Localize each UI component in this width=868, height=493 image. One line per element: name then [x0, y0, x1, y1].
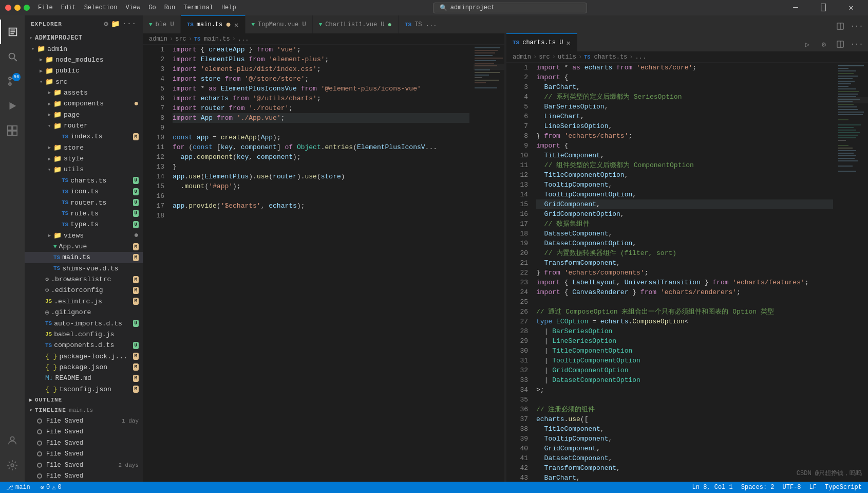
right-debug-button[interactable]: ⚙	[817, 37, 831, 51]
tab-vue-prev[interactable]: ▼ ble U	[143, 15, 181, 33]
sidebar-item-router[interactable]: ▾ 📁 router	[25, 120, 143, 131]
sidebar-item-app-vue[interactable]: ▶ ▼ App.vue M	[25, 241, 143, 252]
timeline-item-3[interactable]: File Saved	[25, 437, 143, 448]
outline-section[interactable]: ▶ OUTLINE	[25, 395, 143, 405]
bc-src[interactable]: src	[175, 35, 186, 43]
sidebar-item-package-json[interactable]: ▶ { } package.json M	[25, 362, 143, 373]
timeline-item-4[interactable]: File Saved	[25, 448, 143, 459]
tab-main-ts[interactable]: TS main.ts ● ✕	[181, 15, 246, 33]
sidebar-item-admin[interactable]: ▾ 📁 admin	[25, 43, 143, 54]
more-actions-icon[interactable]: ···	[122, 20, 137, 28]
tab-charts-ts-close[interactable]: ✕	[566, 39, 570, 47]
status-language[interactable]: TypeScript	[823, 484, 864, 491]
minimize-win-button[interactable]: —	[784, 0, 807, 15]
sidebar-item-babel[interactable]: ▶ JS babel.config.js	[25, 329, 143, 340]
sidebar-item-browserslistrc[interactable]: ▶ ⚙ .browserslistrc M	[25, 274, 143, 285]
right-more-button[interactable]: ···	[850, 37, 864, 51]
rbc-src[interactable]: src	[539, 53, 550, 61]
menu-edit[interactable]: Edit	[61, 4, 76, 11]
account-icon[interactable]	[0, 428, 25, 453]
extensions-icon[interactable]	[0, 118, 25, 143]
tab-ts-extra[interactable]: TS TS ...	[399, 15, 443, 33]
sidebar-item-icon-ts[interactable]: ▶ TS icon.ts U	[25, 186, 143, 197]
close-button[interactable]	[5, 5, 11, 11]
tab-main-ts-close[interactable]: ✕	[234, 21, 238, 29]
sidebar-item-views[interactable]: ▶ 📁 views ●	[25, 230, 143, 241]
sidebar-item-utils[interactable]: ▾ 📁 utils	[25, 164, 143, 175]
sidebar-item-index-ts[interactable]: ▶ TS index.ts M	[25, 131, 143, 142]
menu-go[interactable]: Go	[148, 4, 156, 11]
sidebar-root-folder[interactable]: ▾ ADMINPROJECT	[25, 32, 143, 43]
sidebar-item-gitignore[interactable]: ▶ ◎ .gitignore	[25, 307, 143, 318]
sidebar-item-editorconfig[interactable]: ▶ ⚙ .editorconfig M	[25, 285, 143, 296]
timeline-item-5[interactable]: File Saved 2 days	[25, 460, 143, 470]
sidebar-item-auto-imports[interactable]: ▶ TS auto-imports.d.ts U	[25, 318, 143, 328]
rbc-admin[interactable]: admin	[513, 53, 531, 61]
tab-topmenu[interactable]: ▼ TopMenu.vue U	[246, 15, 313, 33]
sidebar-item-type-ts[interactable]: ▶ TS type.ts U	[25, 219, 143, 230]
restore-win-button[interactable]: ⎕	[812, 0, 835, 15]
sidebar-item-router-ts[interactable]: ▶ TS router.ts U	[25, 197, 143, 208]
bc-main-ts[interactable]: TS main.ts	[194, 35, 230, 43]
right-split-button[interactable]	[833, 37, 847, 51]
sidebar-item-assets[interactable]: ▶ 📁 assets	[25, 87, 143, 98]
search-activity-icon[interactable]	[0, 44, 25, 69]
menu-view[interactable]: View	[125, 4, 140, 11]
minimize-button[interactable]	[14, 5, 21, 11]
bc-admin[interactable]: admin	[149, 35, 167, 43]
close-win-button[interactable]: ✕	[839, 0, 863, 15]
sidebar-item-page[interactable]: ▶ 📁 page	[25, 109, 143, 120]
sidebar-item-components[interactable]: ▶ 📁 components ●	[25, 98, 143, 109]
right-code-lines[interactable]: import * as echarts from 'echarts/core';…	[532, 63, 837, 482]
timeline-item-6[interactable]: File Saved	[25, 470, 143, 481]
sidebar-item-rule-ts[interactable]: ▶ TS rule.ts U	[25, 208, 143, 219]
sidebar-item-components-d[interactable]: ▶ TS components.d.ts U	[25, 340, 143, 351]
split-editor-button[interactable]	[833, 19, 847, 33]
sidebar-item-node_modules[interactable]: ▶ 📁 node_modules	[25, 54, 143, 65]
bc-dots[interactable]: ...	[238, 35, 249, 43]
right-run-button[interactable]: ▷	[800, 37, 815, 51]
sidebar-item-package-lock[interactable]: ▶ { } package-lock.j... M	[25, 351, 143, 361]
rbc-utils[interactable]: utils	[558, 53, 576, 61]
rbc-charts-ts[interactable]: TS charts.ts	[584, 53, 627, 61]
timeline-item-2[interactable]: File Saved	[25, 426, 143, 437]
status-encoding[interactable]: UTF-8	[781, 484, 803, 491]
sidebar-item-eslintrc[interactable]: ▶ JS .eslintrc.js M	[25, 296, 143, 307]
menu-run[interactable]: Run	[164, 4, 176, 11]
sidebar-item-style[interactable]: ▶ 📁 style	[25, 153, 143, 164]
sidebar-item-charts-ts[interactable]: ▶ TS charts.ts U	[25, 175, 143, 186]
settings-icon[interactable]	[0, 453, 25, 478]
sidebar-item-tsconfig[interactable]: ▶ { } tsconfig.json M	[25, 384, 143, 395]
run-debug-icon[interactable]	[0, 94, 25, 118]
menu-file[interactable]: File	[38, 4, 53, 11]
more-tabs-button[interactable]: ···	[850, 19, 864, 33]
rbc-dots[interactable]: ...	[635, 53, 646, 61]
status-branch[interactable]: ⎇ main	[4, 484, 32, 491]
tab-charts-ts[interactable]: TS charts.ts U ✕	[506, 33, 577, 51]
maximize-button[interactable]	[24, 5, 30, 11]
new-folder-icon[interactable]: 📁	[111, 20, 120, 28]
menu-selection[interactable]: Selection	[84, 4, 118, 11]
tab-chartlist[interactable]: ▼ ChartList1.vue U ●	[313, 15, 399, 33]
new-file-icon[interactable]: ⊕	[104, 20, 108, 28]
sidebar-item-public[interactable]: ▶ 📁 public	[25, 65, 143, 76]
search-box[interactable]: 🔍 adminproject	[433, 3, 587, 13]
source-control-icon[interactable]: 56	[0, 69, 25, 94]
status-ln-col[interactable]: Ln 8, Col 1	[690, 484, 735, 491]
timeline-section[interactable]: ▾ TIMELINE main.ts	[25, 405, 143, 415]
timeline-item-1[interactable]: File Saved 1 day	[25, 415, 143, 426]
sidebar-item-src[interactable]: ▾ 📁 src	[25, 76, 143, 87]
page-label: page	[64, 111, 80, 119]
sidebar-item-readme[interactable]: ▶ M↓ README.md M	[25, 373, 143, 384]
explorer-icon[interactable]	[0, 20, 25, 44]
menu-terminal[interactable]: Terminal	[183, 4, 213, 11]
sidebar-item-shims[interactable]: ▶ TS shims-vue.d.ts	[25, 263, 143, 274]
status-spaces[interactable]: Spaces: 2	[739, 484, 777, 491]
status-line-ending[interactable]: LF	[807, 484, 819, 491]
right-breadcrumb: admin › src › utils › TS charts.ts › ...	[506, 51, 868, 63]
menu-help[interactable]: Help	[221, 4, 236, 11]
left-code-lines[interactable]: import { createApp } from 'vue'; import …	[168, 45, 474, 482]
sidebar-item-store[interactable]: ▶ 📁 store	[25, 142, 143, 153]
status-errors[interactable]: ⊗ 0 ⚠ 0	[39, 484, 64, 491]
sidebar-item-main-ts[interactable]: ▶ TS main.ts M	[25, 252, 143, 263]
